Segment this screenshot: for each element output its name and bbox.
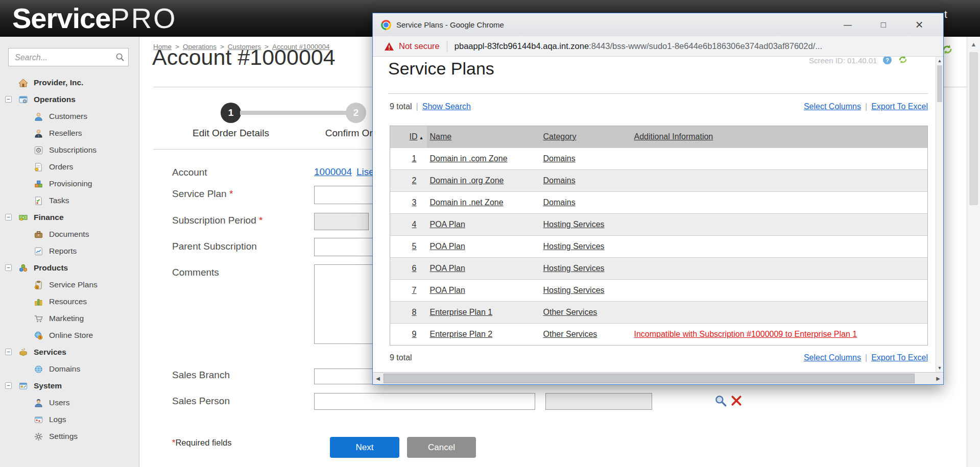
plan-id-link[interactable]: 8 bbox=[412, 308, 417, 316]
plan-id-link[interactable]: 6 bbox=[412, 264, 417, 273]
sidebar-item-logs[interactable]: Logs bbox=[0, 411, 138, 428]
popup-title-bar[interactable]: Service Plans - Google Chrome — □ × bbox=[373, 13, 943, 36]
sidebar-item-finance[interactable]: −Finance bbox=[0, 209, 138, 226]
not-secure-warning-icon[interactable] bbox=[384, 42, 394, 51]
address-bar[interactable]: Not secure pbaappl-83fcb96144b4.aqa.int.… bbox=[373, 36, 943, 57]
sidebar-search[interactable] bbox=[8, 48, 129, 66]
search-input[interactable] bbox=[14, 51, 113, 65]
plan-id-link[interactable]: 5 bbox=[412, 242, 417, 251]
sidebar-item-marketing[interactable]: Marketing bbox=[0, 310, 138, 327]
subscription-icon bbox=[34, 145, 43, 155]
next-button[interactable]: Next bbox=[330, 437, 399, 458]
sidebar-item-users[interactable]: Users bbox=[0, 395, 138, 411]
plan-id-link[interactable]: 1 bbox=[412, 154, 417, 163]
sidebar-item-provider-inc[interactable]: Provider, Inc. bbox=[0, 75, 138, 91]
show-search-link[interactable]: Show Search bbox=[422, 102, 471, 111]
collapse-toggle[interactable]: − bbox=[5, 264, 12, 271]
clear-icon[interactable] bbox=[731, 395, 742, 408]
sidebar-item-tasks[interactable]: Tasks bbox=[0, 192, 138, 209]
plan-name-link[interactable]: POA Plan bbox=[430, 220, 465, 229]
collapse-toggle[interactable]: − bbox=[5, 96, 12, 103]
plan-category-link[interactable]: Hosting Services bbox=[543, 220, 605, 229]
sales-person-input[interactable] bbox=[314, 393, 535, 410]
plan-name-link[interactable]: Enterprise Plan 2 bbox=[430, 330, 493, 338]
export-to-excel-link[interactable]: Export To Excel bbox=[871, 102, 928, 111]
sidebar-item-customers[interactable]: Customers bbox=[0, 108, 138, 125]
scroll-down-icon[interactable]: ▼ bbox=[936, 365, 943, 371]
sidebar-item-reports[interactable]: Reports bbox=[0, 243, 138, 260]
collapse-toggle[interactable]: − bbox=[5, 382, 12, 389]
refresh-icon[interactable] bbox=[898, 57, 908, 66]
column-header-additional-info[interactable]: Additional Information bbox=[631, 126, 928, 148]
plan-id-link[interactable]: 9 bbox=[412, 330, 417, 338]
plan-id-link[interactable]: 3 bbox=[412, 198, 417, 207]
select-columns-link[interactable]: Select Columns bbox=[804, 102, 861, 111]
sidebar-item-resources[interactable]: Resources bbox=[0, 293, 138, 310]
plan-category-link[interactable]: Hosting Services bbox=[543, 264, 605, 273]
plan-name-link[interactable]: Domain in .com Zone bbox=[430, 154, 508, 163]
cancel-button[interactable]: Cancel bbox=[407, 437, 476, 458]
url-text[interactable]: pbaappl-83fcb96144b4.aqa.int.zone:8443/b… bbox=[455, 41, 929, 51]
plan-name-link[interactable]: Domain in .net Zone bbox=[430, 198, 504, 207]
column-header-category[interactable]: Category bbox=[540, 126, 631, 148]
scroll-thumb[interactable] bbox=[384, 374, 915, 383]
scroll-up-icon[interactable]: ▲ bbox=[967, 37, 980, 48]
sidebar-item-service-plans[interactable]: $Service Plans bbox=[0, 277, 138, 293]
sidebar-item-subscriptions[interactable]: Subscriptions bbox=[0, 142, 138, 159]
minimize-button[interactable]: — bbox=[830, 13, 866, 36]
plan-category-link[interactable]: Other Services bbox=[543, 330, 597, 338]
collapse-toggle[interactable]: − bbox=[5, 214, 12, 220]
not-secure-label[interactable]: Not secure bbox=[399, 41, 440, 51]
sidebar-item-provisioning[interactable]: Provisioning bbox=[0, 176, 138, 192]
plan-category-link[interactable]: Domains bbox=[543, 198, 576, 207]
help-icon[interactable]: ? bbox=[882, 57, 892, 66]
maximize-button[interactable]: □ bbox=[866, 13, 901, 36]
sidebar-item-domains[interactable]: Domains bbox=[0, 361, 138, 378]
scroll-right-icon[interactable]: ▶ bbox=[933, 373, 943, 384]
column-header-name[interactable]: Name bbox=[427, 126, 540, 148]
incompatibility-warning-link[interactable]: Incompatible with Subscription #1000009 … bbox=[634, 330, 857, 338]
plan-name-link[interactable]: Enterprise Plan 1 bbox=[430, 308, 493, 316]
popup-vertical-scrollbar[interactable]: ▲ ▼ bbox=[936, 57, 943, 372]
plan-name-link[interactable]: POA Plan bbox=[430, 286, 465, 294]
close-button[interactable]: × bbox=[901, 13, 937, 36]
scroll-thumb[interactable] bbox=[969, 52, 978, 205]
sidebar-item-settings[interactable]: Settings bbox=[0, 428, 138, 445]
sidebar-item-system[interactable]: −System bbox=[0, 378, 138, 395]
account-number-link[interactable]: 1000004 bbox=[314, 166, 352, 177]
scroll-left-icon[interactable]: ◀ bbox=[373, 373, 383, 384]
plan-id-link[interactable]: 7 bbox=[412, 286, 417, 294]
sales-person-display-input[interactable] bbox=[545, 393, 652, 410]
sidebar-item-documents[interactable]: Documents bbox=[0, 226, 138, 243]
sidebar-item-operations[interactable]: −Operations bbox=[0, 91, 138, 108]
plan-category-link[interactable]: Hosting Services bbox=[543, 242, 605, 251]
plan-id-link[interactable]: 4 bbox=[412, 220, 417, 229]
plan-category-link[interactable]: Hosting Services bbox=[543, 286, 605, 294]
account-name-link[interactable]: Lise bbox=[356, 166, 374, 177]
column-header-id[interactable]: ID▲ bbox=[390, 126, 427, 148]
page-scrollbar[interactable]: ▲ bbox=[967, 37, 980, 467]
scroll-up-icon[interactable]: ▲ bbox=[936, 58, 943, 63]
plan-id-link[interactable]: 2 bbox=[412, 176, 417, 185]
popup-horizontal-scrollbar[interactable]: ◀ ▶ bbox=[373, 372, 943, 384]
subscription-period-input[interactable] bbox=[314, 213, 369, 230]
sidebar-item-resellers[interactable]: Resellers bbox=[0, 125, 138, 142]
lookup-icon[interactable] bbox=[714, 394, 727, 409]
plan-category-link[interactable]: Domains bbox=[543, 154, 576, 163]
sidebar-item-orders[interactable]: Orders bbox=[0, 159, 138, 176]
plan-category-link[interactable]: Domains bbox=[543, 176, 576, 185]
search-icon[interactable] bbox=[115, 52, 125, 64]
plan-name-link[interactable]: Domain in .org Zone bbox=[430, 176, 504, 185]
plan-name-link[interactable]: POA Plan bbox=[430, 242, 465, 251]
export-to-excel-link[interactable]: Export To Excel bbox=[871, 353, 928, 362]
sidebar-item-products[interactable]: −Products bbox=[0, 260, 138, 277]
sidebar-item-services[interactable]: −Services bbox=[0, 344, 138, 361]
sidebar-item-label: Resellers bbox=[49, 129, 82, 138]
heading-divider bbox=[388, 93, 928, 94]
plan-category-link[interactable]: Other Services bbox=[543, 308, 597, 316]
plan-name-link[interactable]: POA Plan bbox=[430, 264, 465, 273]
select-columns-link[interactable]: Select Columns bbox=[804, 353, 861, 362]
collapse-toggle[interactable]: − bbox=[5, 349, 12, 355]
scroll-thumb[interactable] bbox=[937, 65, 942, 102]
sidebar-item-online-store[interactable]: $Online Store bbox=[0, 327, 138, 344]
